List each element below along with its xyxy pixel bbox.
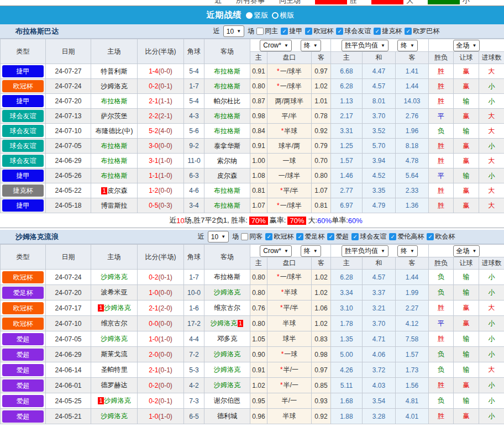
- checked-checkbox-icon[interactable]: ✓: [327, 233, 334, 240]
- radio-selected-icon[interactable]: [246, 12, 253, 19]
- dropdown-select[interactable]: 全场▼: [453, 40, 480, 51]
- filter-checkbox-欧冠杯[interactable]: ✓欧冠杯: [265, 232, 293, 241]
- dropdown-select[interactable]: 终▼: [301, 245, 321, 257]
- league-cell: 球会友谊: [1, 124, 46, 139]
- avg-draw-cell: 4.47: [363, 64, 396, 79]
- checked-checkbox-icon[interactable]: ✓: [296, 233, 303, 240]
- filter-checkbox-球会友谊[interactable]: ✓球会友谊: [336, 27, 371, 36]
- halftime-score: (1-0): [159, 335, 172, 343]
- radio-unselected-icon[interactable]: [272, 12, 279, 19]
- goals-over-under-cell: 小: [479, 285, 504, 301]
- home-team-cell: 布拉格斯: [91, 139, 138, 154]
- handicap-result-cell: 输: [454, 347, 479, 362]
- team-cell-content: 邓多克: [217, 335, 237, 342]
- summary-text: 10: [176, 217, 184, 225]
- dropdown-select[interactable]: 全场▼: [453, 245, 480, 257]
- radio-label[interactable]: 横版: [280, 11, 295, 19]
- league-badge: 欧冠杯: [2, 318, 44, 330]
- handicap-text: 两/两球半: [275, 97, 303, 105]
- fulltime-score: 0-0: [149, 320, 158, 328]
- handicap-cell: *半球: [267, 124, 312, 139]
- checked-checkbox-icon[interactable]: ✓: [265, 233, 272, 240]
- away-team-cell: 泰拿华斯: [204, 139, 250, 154]
- dropdown-select[interactable]: 胜平负均值▼: [342, 245, 389, 257]
- dropdown-select[interactable]: 终▼: [397, 245, 418, 257]
- score-cell: 0-2(0-1): [138, 79, 184, 94]
- handicap: *一/球半: [277, 82, 302, 90]
- avg-away-cell: 4.12: [396, 316, 429, 331]
- home-odds-cell: 1.02: [250, 378, 267, 393]
- chevron-down-icon: ▼: [284, 43, 288, 48]
- avg-draw-cell: 3.35: [363, 183, 396, 198]
- filter-checkbox-爱足杯[interactable]: ✓爱足杯: [296, 232, 324, 241]
- result-cell: 胜: [429, 409, 454, 424]
- filter-checkbox-欧会杯[interactable]: ✓欧会杯: [427, 232, 455, 241]
- match-row: 爱超24-06-29斯莱戈流2-0(0-0)7-2沙姆洛克0.90*一球0.98…: [1, 347, 504, 362]
- corner-cell: 5-6: [184, 124, 204, 139]
- filter-checkbox-同客[interactable]: 同客: [241, 232, 262, 241]
- team-cell-content: 德罗赫达: [101, 381, 128, 389]
- avg-home-cell: 1.57: [331, 154, 363, 168]
- dropdown-select[interactable]: 10▼: [223, 25, 244, 37]
- dropdown-select[interactable]: 胜平负均值▼: [342, 40, 389, 51]
- checked-checkbox-icon[interactable]: ✓: [374, 28, 381, 35]
- favorite-star-icon: *: [280, 366, 283, 373]
- filter-checkbox-爱超[interactable]: ✓爱超: [327, 232, 349, 241]
- dropdown-select[interactable]: Crow*▼: [260, 245, 292, 257]
- checkbox-label: 欧会杯: [435, 232, 455, 241]
- fulltime-score: 2-1: [149, 97, 158, 105]
- home-odds-cell: 1.00: [250, 154, 267, 168]
- filter-checkbox-同主[interactable]: 同主: [256, 27, 278, 36]
- handicap-cell: *半/一: [267, 378, 312, 393]
- filter-checkbox-爱伦高杯[interactable]: ✓爱伦高杯: [389, 232, 424, 241]
- filter-checkbox-球会友谊[interactable]: ✓球会友谊: [351, 232, 386, 241]
- handicap: 半球: [283, 319, 296, 327]
- chevron-down-icon: ▼: [284, 249, 288, 254]
- avg-home-cell: 1.88: [331, 409, 363, 424]
- handicap-cell: *一/球半: [267, 79, 312, 94]
- handicap: *半球: [281, 288, 298, 296]
- table-head: 类型日期主场比分(半场)角球客场Crow*▼终▼胜平负均值▼终▼全场▼主盘口客主…: [1, 39, 504, 64]
- avg-home-cell: 1.35: [331, 331, 363, 347]
- checked-checkbox-icon[interactable]: ✓: [336, 28, 343, 35]
- section-summary: 近10场,胜4平1负5, 胜率:40% 赢率:40% 小:80% 单率:50%: [0, 424, 504, 427]
- filter-checkbox-捷克杯[interactable]: ✓捷克杯: [374, 27, 402, 36]
- color-swatch-icon: [428, 0, 460, 4]
- checked-checkbox-icon[interactable]: ✓: [405, 28, 412, 35]
- radio-label[interactable]: 竖版: [254, 11, 269, 19]
- unchecked-checkbox-icon[interactable]: [256, 28, 264, 35]
- league-cell: 捷甲: [1, 168, 46, 183]
- sub-column-header: 和: [363, 257, 396, 270]
- checked-checkbox-icon[interactable]: ✓: [389, 233, 396, 240]
- checked-checkbox-icon[interactable]: ✓: [351, 233, 359, 240]
- handicap-cell: 一球: [267, 154, 312, 168]
- avg-away-cell: 1.56: [396, 378, 429, 393]
- filter-checkbox-欧冠杯[interactable]: ✓欧冠杯: [305, 27, 333, 36]
- dropdown-select[interactable]: 终▼: [397, 40, 418, 51]
- away-odds-cell: 1.02: [312, 316, 331, 331]
- handicap: 两/两球半: [275, 97, 303, 105]
- dropdown-select[interactable]: Crow*▼: [260, 40, 292, 51]
- checked-checkbox-icon[interactable]: ✓: [281, 28, 288, 35]
- avg-draw-cell: 4.57: [363, 79, 396, 94]
- filter-checkbox-捷甲[interactable]: ✓捷甲: [281, 27, 302, 36]
- away-odds-cell: 0.92: [312, 409, 331, 424]
- team-cell-content: 萨尔茨堡: [101, 112, 128, 120]
- avg-draw-cell: 3.94: [363, 154, 396, 168]
- dropdown-select[interactable]: 终▼: [301, 40, 321, 51]
- filter-checkbox-欧罗巴杯[interactable]: ✓欧罗巴杯: [405, 27, 439, 36]
- dropdown-select[interactable]: 10▼: [208, 231, 229, 243]
- league-cell: 爱超: [1, 347, 46, 362]
- date-cell: 24-07-24: [46, 79, 91, 94]
- checked-checkbox-icon[interactable]: ✓: [427, 233, 434, 240]
- checked-checkbox-icon[interactable]: ✓: [305, 28, 312, 35]
- checkbox-label: 欧罗巴杯: [413, 27, 439, 36]
- unchecked-checkbox-icon[interactable]: [241, 233, 248, 240]
- team-name: 皮尔森: [217, 172, 237, 180]
- score-cell: 1-1(1-0): [138, 168, 184, 183]
- handicap-result-cell: 输: [454, 331, 479, 347]
- sub-column-header: 和: [363, 52, 396, 64]
- handicap-text: 半球: [283, 412, 296, 420]
- handicap-result-cell: 赢: [454, 109, 479, 124]
- handicap-text: 平/半: [284, 187, 298, 194]
